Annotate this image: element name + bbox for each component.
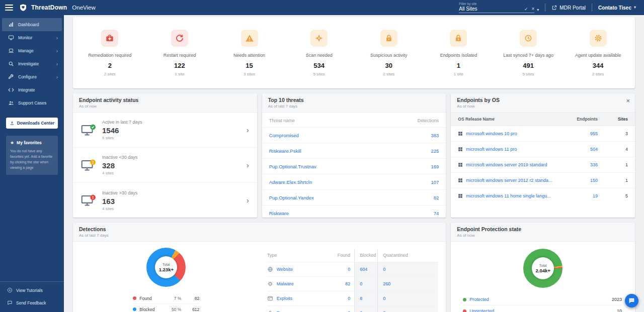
panel-header: Endpoints by OS As of now × — [451, 93, 635, 113]
send-feedback-link[interactable]: Send Feedback — [0, 296, 64, 309]
favorites-text: You do not have any favorites yet. Add a… — [10, 149, 54, 170]
threat-row[interactable]: Pup.Optional.Yandex 82 — [262, 189, 446, 205]
detection-row-website[interactable]: Website 0 604 0 — [267, 262, 438, 276]
detection-row-malware[interactable]: Malware 82 0 260 — [267, 276, 438, 291]
panel-subtitle: As of last 7 days — [79, 233, 440, 238]
monitor-status-red-icon — [81, 194, 96, 207]
close-icon[interactable]: × — [626, 97, 630, 104]
status-card-remediation[interactable]: Remediation required 2 2 sites — [75, 25, 145, 88]
os-row[interactable]: microsoft windows 11 home single langu..… — [451, 188, 635, 203]
downloads-center-label: Downloads Center — [17, 121, 55, 126]
downloads-center-button[interactable]: Downloads Center — [6, 118, 58, 129]
threat-row[interactable]: Riskware 74 — [262, 205, 446, 218]
favorites-panel: ★ My favorites You do not have any favor… — [6, 136, 58, 175]
shell: Dashboard Monitor › Manage › Investigate… — [0, 15, 644, 312]
activity-row-active[interactable]: Active in last 7 days 1546 6 sites › — [73, 113, 257, 148]
clear-icon[interactable]: × — [532, 6, 535, 12]
threat-name-link[interactable]: Pup.Optional.Yandex — [269, 195, 314, 200]
threatdown-logo-icon — [19, 4, 27, 12]
os-name-link[interactable]: microsoft windows 11 pro — [466, 147, 517, 152]
legend-row-unprotected[interactable]: Unprotected 10 — [463, 305, 622, 312]
blocked-count: 604 — [354, 262, 377, 276]
sidebar-item-support-cases[interactable]: Support Cases — [2, 96, 62, 110]
status-card-last-synced[interactable]: Last synced 7+ days ago 491 5 sites — [494, 25, 564, 88]
os-row[interactable]: microsoft windows server 2019 standard 3… — [451, 157, 635, 172]
legend-label[interactable]: Protected — [469, 297, 589, 302]
chevron-right-icon[interactable]: › — [247, 161, 249, 169]
threat-name-link[interactable]: Compromised — [269, 133, 299, 138]
detections-panel: Detections As of last 7 days Total 1.23k… — [73, 223, 446, 312]
os-endpoints-count[interactable]: 955 — [562, 131, 598, 136]
status-card-restart[interactable]: Restart required 122 1 site — [145, 25, 215, 88]
confirm-icon[interactable]: ✓ — [524, 7, 528, 12]
chevron-right-icon[interactable]: › — [247, 196, 249, 204]
site-filter-field[interactable]: All Sites ✓ × — [459, 6, 534, 13]
threat-name-link[interactable]: Riskware.Pskill — [269, 148, 301, 154]
product-name: OneView — [72, 5, 95, 11]
sidebar-item-integrate[interactable]: Integrate — [2, 83, 62, 96]
chevron-down-icon[interactable]: ▾ — [537, 8, 539, 13]
threat-name-link[interactable]: Riskware — [269, 211, 289, 216]
legend-label: Blocked — [139, 307, 162, 312]
status-card-suspicious[interactable]: Suspicious activity 30 2 sites — [354, 25, 424, 88]
os-name-link[interactable]: microsoft windows 11 home single langu..… — [466, 193, 550, 198]
threat-name-link[interactable]: Pup.Optional.Trustnav — [269, 164, 316, 169]
chevron-right-icon[interactable]: › — [247, 126, 249, 134]
chat-fab-button[interactable] — [625, 294, 638, 307]
sidebar-item-investigate[interactable]: Investigate › — [2, 57, 62, 70]
detection-type-link[interactable]: Website — [277, 267, 293, 272]
status-sites: 3 sites — [244, 72, 255, 76]
detection-type-link[interactable]: Exploits — [277, 296, 293, 301]
chevron-right-icon: › — [56, 35, 58, 41]
quarantined-count: 260 — [377, 277, 438, 291]
os-name-link[interactable]: microsoft windows 10 pro — [466, 131, 517, 136]
site-filter[interactable]: Filter by site All Sites ✓ × ▾ — [459, 2, 539, 13]
os-row[interactable]: microsoft windows 11 pro 504 4 — [451, 141, 635, 157]
sidebar-item-monitor[interactable]: Monitor › — [2, 31, 62, 44]
mdr-portal-link[interactable]: MDR Portal — [551, 5, 586, 11]
view-tutorials-link[interactable]: View Tutorials — [0, 284, 64, 296]
os-row[interactable]: microsoft windows server 2012 r2 standa.… — [451, 172, 635, 188]
status-card-scan[interactable]: Scan needed 534 5 sites — [284, 25, 354, 88]
activity-value: 328 — [102, 161, 137, 170]
threat-detections: 107 — [431, 179, 439, 185]
status-card-isolated[interactable]: Endpoints isolated 1 1 site — [424, 25, 494, 88]
threat-row[interactable]: Pup.Optional.Trustnav 169 — [262, 158, 446, 174]
send-feedback-label: Send Feedback — [16, 300, 46, 305]
legend-dot — [133, 307, 136, 311]
sidebar-item-configure[interactable]: Configure › — [2, 70, 62, 83]
sidebar-item-manage[interactable]: Manage › — [2, 44, 62, 57]
threat-row[interactable]: Compromised 383 — [262, 127, 446, 143]
col-detections: Detections — [418, 118, 439, 123]
threat-row[interactable]: Adware.Elex.Shrtcln 107 — [262, 174, 446, 189]
sidebar-item-label: Configure — [18, 74, 37, 79]
status-card-agent-update[interactable]: Agent update available 344 2 sites — [563, 25, 633, 88]
os-name-link[interactable]: microsoft windows server 2012 r2 standa.… — [466, 178, 552, 183]
account-menu[interactable]: Contato Tisec ▾ — [598, 5, 638, 11]
os-row[interactable]: microsoft windows 10 pro 955 3 — [451, 126, 635, 141]
detection-row-exploits[interactable]: Exploits 0 8 0 — [267, 291, 438, 305]
detection-row-ransomware[interactable]: Ransomware 0 0 3 — [267, 305, 438, 312]
detection-type-link[interactable]: Malware — [277, 281, 294, 286]
sidebar-footer: View Tutorials Send Feedback — [0, 281, 64, 312]
os-endpoints-count[interactable]: 336 — [562, 162, 598, 167]
site-filter-value[interactable]: All Sites — [459, 6, 521, 12]
os-endpoints-count[interactable]: 504 — [562, 147, 598, 152]
threat-name-link[interactable]: Adware.Elex.Shrtcln — [269, 179, 312, 185]
threat-row[interactable]: Riskware.Pskill 225 — [262, 143, 446, 158]
os-name-link[interactable]: microsoft windows server 2019 standard — [466, 162, 547, 167]
legend-row-blocked[interactable]: Blocked 50 % 612 — [133, 304, 199, 312]
sidebar-item-label: Dashboard — [18, 22, 39, 27]
legend-row-protected[interactable]: Protected 2023 — [463, 294, 622, 305]
menu-toggle-button[interactable] — [5, 5, 13, 11]
activity-row-inactive-30[interactable]: Inactive <30 days 328 4 sites › — [73, 148, 257, 183]
sidebar-item-dashboard[interactable]: Dashboard — [2, 18, 62, 31]
os-endpoints-count[interactable]: 150 — [562, 178, 598, 183]
legend-row-found[interactable]: Found 7 % 82 — [133, 293, 199, 304]
activity-row-inactive-30plus[interactable]: Inactive >30 days 163 4 sites › — [73, 183, 257, 218]
laptop-icon — [8, 48, 14, 54]
legend-label[interactable]: Unprotected — [469, 308, 589, 312]
activity-value: 1546 — [102, 126, 142, 135]
os-endpoints-count[interactable]: 19 — [562, 193, 598, 198]
status-card-attention[interactable]: Needs attention 15 3 sites — [214, 25, 284, 88]
